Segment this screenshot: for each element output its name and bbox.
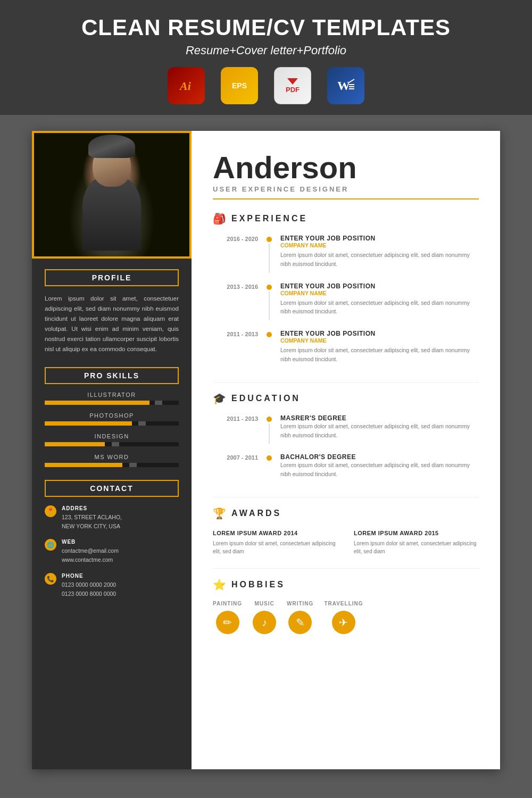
exp-company-1: COMPANY NAME <box>280 290 479 296</box>
exp-line-1 <box>269 292 270 321</box>
hobbies-heading: ⭐ HOBBIES <box>213 578 479 591</box>
exp-desc-1: Lorem ipsum dolor sit amet, consectetuer… <box>280 298 479 317</box>
skill-fill-illustrator <box>45 401 149 405</box>
exp-content-2: ENTER YOUR JOB POSITION COMPANY NAME Lor… <box>280 330 479 368</box>
experience-heading-text: EXPERIENCE <box>231 214 307 223</box>
skill-marker-photoshop <box>138 421 146 426</box>
skill-photoshop: PHOTOSHOP <box>45 412 179 426</box>
edu-position-0: MASRER'S DEGREE <box>280 414 479 422</box>
svg-text:Ai: Ai <box>179 79 192 93</box>
hobby-label-0: PAINTING <box>213 601 242 606</box>
pdf-label: PDF <box>286 86 300 94</box>
award-desc-1: Lorem ipsum dolor sit amet, consectetuer… <box>354 539 479 555</box>
skill-name-indesign: INDESIGN <box>45 433 179 439</box>
format-icons-row: Ai EPS PDF W <box>21 67 511 104</box>
web-icon: 🌐 <box>45 539 56 551</box>
profile-text: Lorem ipsum dolor sit amet, consectetuer… <box>45 294 179 354</box>
awards-icon: 🏆 <box>213 507 226 520</box>
hobby-icon-1: ♪ <box>253 611 276 634</box>
address-line2: NEW YORK CITY, USA <box>62 522 122 531</box>
contact-web: 🌐 WEB contactme@email.com www.contactme.… <box>45 538 179 564</box>
hobby-music: MUSIC ♪ <box>253 601 276 634</box>
experience-icon: 🎒 <box>213 212 226 225</box>
exp-item-1: 2013 - 2016 ENTER YOUR JOB POSITION COMP… <box>213 282 479 321</box>
pdf-format-icon: PDF <box>274 67 311 104</box>
skill-illustrator: ILLUSTRATOR <box>45 392 179 405</box>
eps-label: EPS <box>232 81 247 90</box>
exp-company-0: COMPANY NAME <box>280 242 479 248</box>
hobby-icon-2: ✎ <box>288 611 312 634</box>
exp-item-0: 2016 - 2020 ENTER YOUR JOB POSITION COMP… <box>213 235 479 273</box>
phone-line2: 0123 0000 8000 0000 <box>62 589 116 598</box>
exp-dot-2 <box>267 330 272 368</box>
resume-job-title: USER EXPERINCE DESIGNER <box>213 185 479 193</box>
hobby-writing: WRITING ✎ <box>287 601 313 634</box>
divider-2 <box>213 497 479 497</box>
award-item-1: LOREM IPSUM AWARD 2015 Lorem ipsum dolor… <box>354 529 479 555</box>
experience-timeline: 2016 - 2020 ENTER YOUR JOB POSITION COMP… <box>213 235 479 368</box>
resume-document: PROFILE Lorem ipsum dolor sit amet, cons… <box>32 131 500 769</box>
hobby-label-1: MUSIC <box>254 601 274 606</box>
edu-item-1: 2007 - 2011 BACHALOR'S DEGREE Lorem ipsu… <box>213 453 479 483</box>
resume-sidebar: PROFILE Lorem ipsum dolor sit amet, cons… <box>32 131 192 769</box>
skill-name-illustrator: ILLUSTRATOR <box>45 392 179 398</box>
education-timeline: 2011 - 2013 MASRER'S DEGREE Lorem ipsum … <box>213 414 479 483</box>
sidebar-content: PROFILE Lorem ipsum dolor sit amet, cons… <box>32 259 192 769</box>
awards-heading: 🏆 AWARDS <box>213 507 479 520</box>
skill-fill-indesign <box>45 442 105 446</box>
exp-dot-0 <box>267 235 272 273</box>
hobby-painting: PAINTING ✏ <box>213 601 242 634</box>
page-title: CLEAN RESUME/CV TEMPLATES <box>21 15 511 40</box>
pro-skills-label: PRO SKILLS <box>45 367 179 384</box>
exp-dot-circle-2 <box>267 332 272 337</box>
profile-section-label: PROFILE <box>45 269 179 286</box>
contact-web-text: WEB contactme@email.com www.contactme.co… <box>62 538 119 564</box>
award-title-0: LOREM IPSUM AWARD 2014 <box>213 529 338 537</box>
edu-dot-0 <box>267 414 272 444</box>
svg-text:W: W <box>337 79 350 93</box>
hobby-label-3: TRAVELLING <box>324 601 363 606</box>
hobby-travelling: TRAVELLING ✈ <box>324 601 363 634</box>
contact-phone-text: PHONE 0123 0000 0000 2000 0123 0000 8000… <box>62 572 116 598</box>
skill-name-msword: MS WORD <box>45 454 179 460</box>
divider-1 <box>213 382 479 383</box>
edu-item-0: 2011 - 2013 MASRER'S DEGREE Lorem ipsum … <box>213 414 479 444</box>
exp-position-1: ENTER YOUR JOB POSITION <box>280 282 479 290</box>
web-label: WEB <box>62 538 119 546</box>
location-icon: 📍 <box>45 505 56 517</box>
resume-name: Anderson <box>213 152 479 183</box>
experience-heading: 🎒 EXPERIENCE <box>213 212 479 225</box>
contact-phone: 📞 PHONE 0123 0000 0000 2000 0123 0000 80… <box>45 572 179 598</box>
address-label: ADDRES <box>62 504 122 513</box>
ai-format-icon: Ai <box>168 67 205 104</box>
eps-format-icon: EPS <box>221 67 258 104</box>
hobbies-grid: PAINTING ✏ MUSIC ♪ WRITING ✎ TRAVELLING … <box>213 601 479 634</box>
education-heading: 🎓 EDUCATION <box>213 392 479 405</box>
skill-indesign: INDESIGN <box>45 433 179 446</box>
exp-content-1: ENTER YOUR JOB POSITION COMPANY NAME Lor… <box>280 282 479 321</box>
exp-line-0 <box>269 244 270 273</box>
page-header: CLEAN RESUME/CV TEMPLATES Resume+Cover l… <box>0 0 532 115</box>
exp-date-0: 2016 - 2020 <box>213 235 258 273</box>
awards-heading-text: AWARDS <box>231 509 281 518</box>
phone-label: PHONE <box>62 572 116 580</box>
profile-photo <box>32 131 192 259</box>
hobbies-icon: ⭐ <box>213 578 226 591</box>
word-format-icon: W <box>327 67 364 104</box>
awards-grid: LOREM IPSUM AWARD 2014 Lorem ipsum dolor… <box>213 529 479 555</box>
skill-marker-illustrator <box>155 401 162 405</box>
edu-line-0 <box>269 423 270 444</box>
edu-desc-0: Lorem ipsum dolor sit amet, consectetuer… <box>280 422 479 440</box>
contact-address-text: ADDRES 123, STREET ACLAHO, NEW YORK CITY… <box>62 504 122 531</box>
skill-name-photoshop: PHOTOSHOP <box>45 412 179 419</box>
exp-dot-circle-1 <box>267 285 272 290</box>
hobby-icon-3: ✈ <box>332 611 355 634</box>
edu-content-1: BACHALOR'S DEGREE Lorem ipsum dolor sit … <box>280 453 479 483</box>
skill-marker-indesign <box>112 442 119 446</box>
exp-dot-circle-0 <box>267 237 272 242</box>
page-subtitle: Resume+Cover letter+Portfolio <box>21 44 511 57</box>
phone-line1: 0123 0000 0000 2000 <box>62 580 116 589</box>
exp-date-2: 2011 - 2013 <box>213 330 258 368</box>
edu-desc-1: Lorem ipsum dolor sit amet, consectetuer… <box>280 461 479 479</box>
edu-dot-circle-0 <box>267 417 272 422</box>
